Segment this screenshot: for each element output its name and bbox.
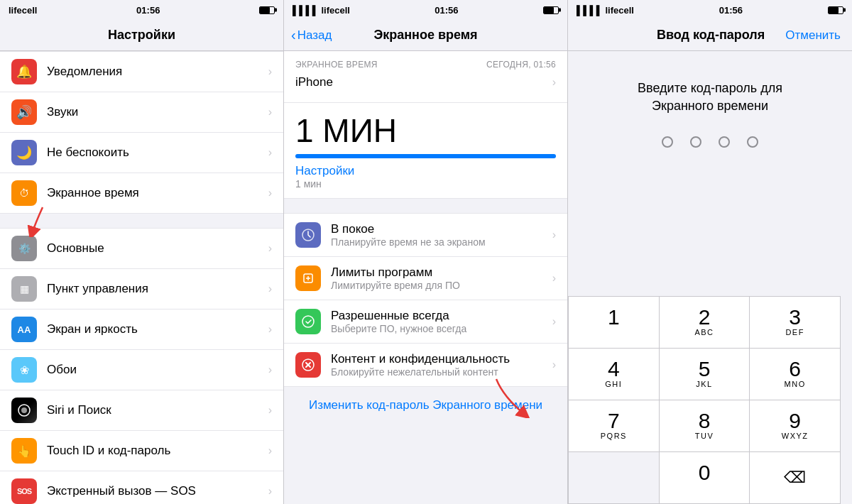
key-delete[interactable]: ⌫ bbox=[750, 452, 840, 503]
battery-icon-2 bbox=[543, 6, 559, 14]
display-chevron: › bbox=[268, 323, 272, 336]
downtime-icon bbox=[295, 222, 321, 248]
key-4-letters: GHI bbox=[605, 380, 622, 390]
key-0[interactable]: 0 bbox=[660, 452, 750, 503]
status-bar-1: lifecell 01:56 bbox=[0, 0, 283, 20]
dnd-icon: 🌙 bbox=[11, 140, 37, 165]
controlcenter-icon: ▦ bbox=[11, 276, 37, 302]
passcode-dot-1 bbox=[662, 136, 673, 148]
back-arrow-icon: ‹ bbox=[291, 27, 296, 43]
option-applimits[interactable]: Лимиты программ Лимитируйте время для ПО… bbox=[284, 257, 567, 300]
key-3[interactable]: 3 DEF bbox=[750, 297, 840, 348]
red-arrow-content bbox=[489, 376, 532, 418]
sounds-chevron: › bbox=[268, 106, 272, 119]
key-5[interactable]: 5 JKL bbox=[660, 349, 750, 400]
key-1-number: 1 bbox=[608, 307, 620, 328]
settings-item-siri[interactable]: Siri и Поиск › bbox=[0, 390, 283, 431]
touchid-label: Touch ID и код-пароль bbox=[47, 444, 264, 458]
key-6-number: 6 bbox=[789, 358, 801, 380]
screentime-icon: ⏱ bbox=[11, 180, 37, 206]
usage-block: 1 МИН Настройки 1 мин bbox=[284, 103, 567, 199]
wallpaper-label: Обои bbox=[47, 363, 264, 377]
applimits-text: Лимиты программ Лимитируйте время для ПО bbox=[331, 265, 548, 291]
back-button[interactable]: ‹ Назад bbox=[291, 27, 332, 43]
alwaysallowed-chevron: › bbox=[552, 315, 556, 328]
settings-item-dnd[interactable]: 🌙 Не беспокоить › bbox=[0, 133, 283, 173]
applimits-chevron: › bbox=[552, 272, 556, 285]
screentime-nav-title: Экранное время bbox=[373, 28, 477, 43]
key-8[interactable]: 8 TUV bbox=[660, 400, 750, 451]
contentprivacy-chevron: › bbox=[552, 358, 556, 371]
option-contentprivacy[interactable]: Контент и конфиденциальность Блокируйте … bbox=[284, 344, 567, 387]
key-5-letters: JKL bbox=[696, 380, 712, 390]
screentime-header-block: ЭКРАННОЕ ВРЕМЯ Сегодня, 01:56 iPhone › bbox=[284, 51, 567, 103]
settings-item-controlcenter[interactable]: ▦ Пункт управления › bbox=[0, 269, 283, 309]
settings-item-sos[interactable]: SOS Экстренный вызов — SOS › bbox=[0, 471, 283, 504]
alwaysallowed-icon bbox=[295, 309, 321, 334]
siri-label: Siri и Поиск bbox=[47, 403, 264, 417]
key-7[interactable]: 7 PQRS bbox=[569, 400, 659, 451]
dnd-label: Не беспокоить bbox=[47, 146, 264, 160]
settings-item-screentime[interactable]: ⏱ Экранное время › bbox=[0, 173, 283, 214]
usage-sub: 1 мин bbox=[295, 178, 556, 190]
controlcenter-label: Пункт управления bbox=[47, 282, 264, 296]
nav-bar-screentime: ‹ Назад Экранное время bbox=[284, 20, 567, 51]
general-chevron: › bbox=[268, 242, 272, 255]
screentime-options: В покое Планируйте время не за экраном ›… bbox=[284, 213, 567, 387]
back-label: Назад bbox=[297, 28, 332, 43]
sounds-icon: 🔊 bbox=[11, 99, 37, 125]
settings-item-wallpaper[interactable]: ❀ Обои › bbox=[0, 350, 283, 390]
key-4[interactable]: 4 GHI bbox=[569, 349, 659, 400]
screentime-content: ЭКРАННОЕ ВРЕМЯ Сегодня, 01:56 iPhone › 1… bbox=[284, 51, 567, 504]
settings-item-display[interactable]: AA Экран и яркость › bbox=[0, 309, 283, 350]
key-9-letters: WXYZ bbox=[782, 432, 809, 442]
key-6[interactable]: 6 MNO bbox=[750, 349, 840, 400]
option-downtime[interactable]: В покое Планируйте время не за экраном › bbox=[284, 213, 567, 257]
battery-area-1 bbox=[259, 6, 275, 14]
screentime-chevron: › bbox=[268, 187, 272, 199]
controlcenter-chevron: › bbox=[268, 283, 272, 295]
passcode-dot-2 bbox=[690, 136, 701, 148]
siri-icon bbox=[11, 398, 37, 423]
downtime-chevron: › bbox=[552, 229, 556, 241]
alwaysallowed-text: Разрешенные всегда Выберите ПО, нужное в… bbox=[331, 309, 548, 334]
settings-item-touchid[interactable]: 👆 Touch ID и код-пароль › bbox=[0, 431, 283, 471]
display-icon: AA bbox=[11, 317, 37, 342]
settings-item-general[interactable]: ⚙️ Основные › bbox=[0, 228, 283, 269]
key-0-number: 0 bbox=[699, 462, 711, 483]
passcode-prompt: Введите код-пароль дляЭкранного времени bbox=[638, 80, 782, 115]
cancel-button[interactable]: Отменить bbox=[785, 28, 841, 43]
usage-bar bbox=[295, 154, 556, 158]
screentime-device-row[interactable]: iPhone › bbox=[295, 75, 556, 89]
key-9-number: 9 bbox=[789, 410, 801, 432]
signal-icon-2: ▌▌▌▌ bbox=[293, 5, 319, 16]
carrier-3: ▌▌▌▌ lifecell bbox=[577, 5, 634, 16]
usage-link[interactable]: Настройки bbox=[295, 164, 556, 178]
numpad: 1 2 ABC 3 DEF 4 GHI 5 JKL 6 MNO 7 PQRS bbox=[568, 296, 841, 504]
battery-icon-1 bbox=[259, 6, 275, 14]
option-alwaysallowed[interactable]: Разрешенные всегда Выберите ПО, нужное в… bbox=[284, 300, 567, 344]
key-7-letters: PQRS bbox=[601, 432, 627, 442]
passcode-dot-4 bbox=[747, 136, 758, 148]
general-label: Основные bbox=[47, 241, 264, 256]
downtime-subtitle: Планируйте время не за экраном bbox=[331, 236, 548, 248]
key-0-letters bbox=[703, 483, 706, 493]
status-bar-3: ▌▌▌▌ lifecell 01:56 bbox=[568, 0, 852, 20]
key-1[interactable]: 1 bbox=[569, 297, 659, 348]
carrier-1: lifecell bbox=[9, 5, 37, 16]
key-2[interactable]: 2 ABC bbox=[660, 297, 750, 348]
notifications-icon: 🔔 bbox=[11, 59, 37, 84]
key-5-number: 5 bbox=[699, 358, 711, 380]
downtime-title: В покое bbox=[331, 222, 548, 236]
screentime-device-name: iPhone bbox=[295, 75, 333, 89]
settings-item-sounds[interactable]: 🔊 Звуки › bbox=[0, 92, 283, 133]
time-2: 01:56 bbox=[435, 5, 458, 16]
key-8-letters: TUV bbox=[695, 432, 714, 442]
settings-item-notifications[interactable]: 🔔 Уведомления › bbox=[0, 51, 283, 92]
passcode-entry-area: Введите код-пароль дляЭкранного времени bbox=[568, 51, 852, 296]
notifications-label: Уведомления bbox=[47, 65, 264, 79]
applimits-title: Лимиты программ bbox=[331, 265, 548, 280]
settings-group-2: ⚙️ Основные › ▦ Пункт управления › bbox=[0, 228, 283, 504]
key-9[interactable]: 9 WXYZ bbox=[750, 400, 840, 451]
sos-chevron: › bbox=[268, 485, 272, 498]
